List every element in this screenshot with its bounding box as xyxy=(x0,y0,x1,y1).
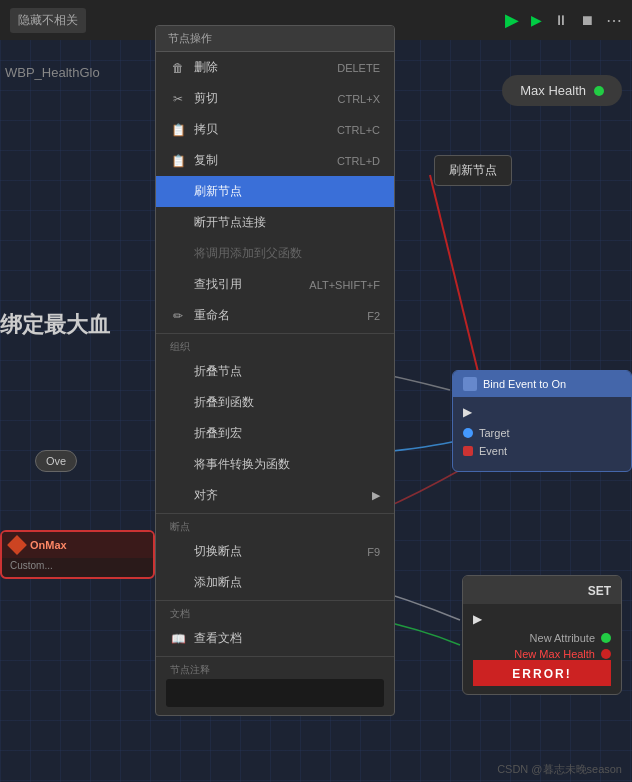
bind-event-title: Bind Event to On xyxy=(483,378,566,390)
ove-button[interactable]: Ove xyxy=(35,450,77,472)
bind-event-header: Bind Event to On xyxy=(453,371,631,397)
align-label: 对齐 xyxy=(194,487,218,504)
divider-4 xyxy=(156,656,394,657)
max-health-pin xyxy=(594,86,604,96)
onmax-subtitle: Custom... xyxy=(2,558,153,577)
target-pin-dot xyxy=(463,428,473,438)
onmax-header: OnMax xyxy=(2,532,153,558)
duplicate-label: 复制 xyxy=(194,152,218,169)
rename-label: 重命名 xyxy=(194,307,230,324)
onmax-node: OnMax Custom... xyxy=(0,530,155,579)
bind-label: 绑定最大血 xyxy=(0,310,160,340)
event-pin: Event xyxy=(463,445,621,457)
cut-label: 剪切 xyxy=(194,90,218,107)
exec-triangle-icon: ▶ xyxy=(463,405,472,419)
disconnect-label: 断开节点连接 xyxy=(194,214,266,231)
more-button[interactable]: ⋯ xyxy=(606,11,622,30)
menu-item-collapse-func[interactable]: 折叠到函数 xyxy=(156,387,394,418)
pause-button[interactable]: ⏸ xyxy=(554,12,568,28)
section-breakpoint: 断点 xyxy=(156,516,394,536)
set-node: SET ▶ New Attribute New Max Health ERROR… xyxy=(462,575,622,695)
find-ref-label: 查找引用 xyxy=(194,276,242,293)
divider-1 xyxy=(156,333,394,334)
new-attribute-pin xyxy=(601,633,611,643)
csdn-watermark: CSDN @暮志未晚season xyxy=(497,762,622,777)
view-doc-icon: 📖 xyxy=(170,632,186,646)
event-pin-dot xyxy=(463,446,473,456)
hide-irrelevant-button[interactable]: 隐藏不相关 xyxy=(10,8,86,33)
cut-shortcut: CTRL+X xyxy=(338,93,381,105)
play-button[interactable]: ▶ xyxy=(505,9,519,31)
convert-event-label: 将事件转换为函数 xyxy=(194,456,290,473)
delete-shortcut: DELETE xyxy=(337,62,380,74)
set-exec-pin: ▶ xyxy=(473,612,611,626)
cut-icon: ✂ xyxy=(170,92,186,106)
menu-item-add-to-parent: 将调用添加到父函数 xyxy=(156,238,394,269)
copy-shortcut: CTRL+C xyxy=(337,124,380,136)
rename-icon: ✏ xyxy=(170,309,186,323)
duplicate-icon: 📋 xyxy=(170,154,186,168)
new-max-health-pin xyxy=(601,649,611,659)
collapse-func-label: 折叠到函数 xyxy=(194,394,254,411)
new-max-health-row: New Max Health xyxy=(473,648,611,660)
copy-icon: 📋 xyxy=(170,123,186,137)
set-exec-icon: ▶ xyxy=(473,612,482,626)
add-bp-label: 添加断点 xyxy=(194,574,242,591)
menu-item-collapse-macro[interactable]: 折叠到宏 xyxy=(156,418,394,449)
play2-button[interactable]: ▶ xyxy=(531,12,542,28)
menu-item-duplicate[interactable]: 📋 复制 CTRL+D xyxy=(156,145,394,176)
toggle-bp-shortcut: F9 xyxy=(367,546,380,558)
menu-item-align[interactable]: 对齐 ▶ xyxy=(156,480,394,511)
rename-shortcut: F2 xyxy=(367,310,380,322)
menu-item-toggle-bp[interactable]: 切换断点 F9 xyxy=(156,536,394,567)
context-menu-header: 节点操作 xyxy=(156,26,394,52)
max-health-label: Max Health xyxy=(520,83,586,98)
menu-item-refresh[interactable]: 刷新节点 xyxy=(156,176,394,207)
menu-item-cut[interactable]: ✂ 剪切 CTRL+X xyxy=(156,83,394,114)
error-bar: ERROR! xyxy=(473,660,611,686)
find-ref-shortcut: ALT+SHIFT+F xyxy=(309,279,380,291)
new-max-health-label: New Max Health xyxy=(514,648,595,660)
add-to-parent-label: 将调用添加到父函数 xyxy=(194,245,302,262)
bind-event-node: Bind Event to On ▶ Target Event xyxy=(452,370,632,472)
bind-event-icon xyxy=(463,377,477,391)
menu-item-find-ref[interactable]: 查找引用 ALT+SHIFT+F xyxy=(156,269,394,300)
divider-2 xyxy=(156,513,394,514)
node-annotation-input[interactable] xyxy=(166,679,384,707)
menu-item-view-doc[interactable]: 📖 查看文档 xyxy=(156,623,394,654)
delete-icon: 🗑 xyxy=(170,61,186,75)
new-attribute-row: New Attribute xyxy=(473,632,611,644)
menu-item-delete[interactable]: 🗑 删除 DELETE xyxy=(156,52,394,83)
target-pin: Target xyxy=(463,427,621,439)
max-health-node: Max Health xyxy=(502,75,622,106)
menu-item-copy[interactable]: 📋 拷贝 CTRL+C xyxy=(156,114,394,145)
menu-item-add-bp[interactable]: 添加断点 xyxy=(156,567,394,598)
set-title: SET xyxy=(588,584,611,598)
menu-item-collapse-node[interactable]: 折叠节点 xyxy=(156,356,394,387)
toggle-bp-label: 切换断点 xyxy=(194,543,242,560)
onmax-title: OnMax xyxy=(30,539,67,551)
menu-item-convert-event[interactable]: 将事件转换为函数 xyxy=(156,449,394,480)
target-pin-label: Target xyxy=(479,427,510,439)
section-node-comment: 节点注释 xyxy=(156,659,394,679)
menu-item-rename[interactable]: ✏ 重命名 F2 xyxy=(156,300,394,331)
refresh-popup: 刷新节点 xyxy=(434,155,512,186)
bind-event-exec-pin: ▶ xyxy=(463,405,621,419)
event-pin-label: Event xyxy=(479,445,507,457)
bind-event-body: ▶ Target Event xyxy=(453,397,631,471)
error-text: ERROR! xyxy=(512,667,571,681)
new-attribute-label: New Attribute xyxy=(530,632,595,644)
set-body: ▶ New Attribute New Max Health ERROR! xyxy=(463,604,621,694)
onmax-icon xyxy=(7,535,27,555)
duplicate-shortcut: CTRL+D xyxy=(337,155,380,167)
stop-button[interactable]: ⏹ xyxy=(580,12,594,28)
refresh-label: 刷新节点 xyxy=(194,183,242,200)
menu-item-disconnect[interactable]: 断开节点连接 xyxy=(156,207,394,238)
section-doc: 文档 xyxy=(156,603,394,623)
context-menu: 节点操作 🗑 删除 DELETE ✂ 剪切 CTRL+X 📋 拷贝 CTRL+C… xyxy=(155,25,395,716)
collapse-macro-label: 折叠到宏 xyxy=(194,425,242,442)
collapse-node-label: 折叠节点 xyxy=(194,363,242,380)
align-arrow-icon: ▶ xyxy=(372,489,380,502)
copy-label: 拷贝 xyxy=(194,121,218,138)
wbp-label: WBP_HealthGlo xyxy=(5,65,100,80)
